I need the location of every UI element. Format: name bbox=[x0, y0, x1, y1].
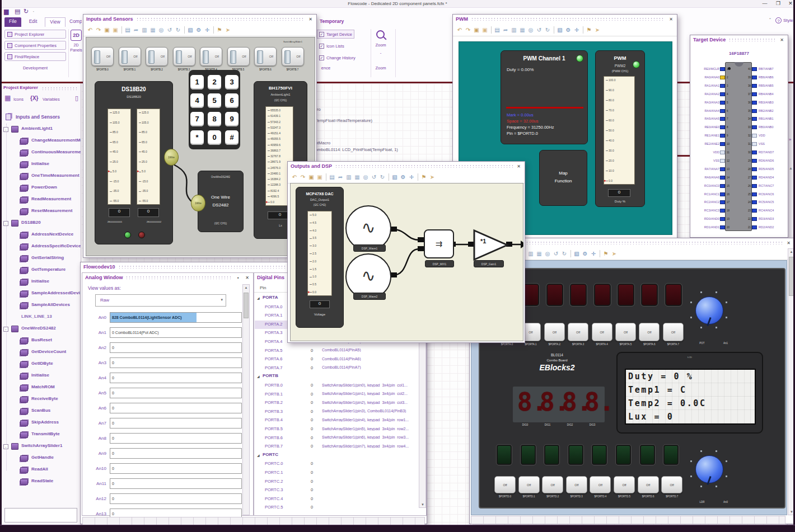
snapshot-icon[interactable]: ▥ bbox=[510, 26, 518, 34]
pin-re1-ane1[interactable] bbox=[720, 134, 725, 138]
pin-vss[interactable] bbox=[752, 142, 757, 146]
close-icon[interactable]: ✕ bbox=[668, 17, 674, 22]
settings-icon[interactable]: ⚙ bbox=[564, 26, 572, 34]
board-hscrollbar[interactable] bbox=[471, 516, 785, 524]
target-icon[interactable]: ◎ bbox=[527, 26, 535, 34]
undo-icon[interactable]: ↶ bbox=[86, 26, 94, 34]
pin-rd2-and2[interactable] bbox=[752, 225, 757, 229]
tree-item-ambientlight1[interactable]: -AmbientLight1 bbox=[1, 124, 81, 135]
print-icon[interactable]: ▤ bbox=[328, 173, 336, 181]
copy-icon[interactable]: ▣ bbox=[103, 26, 111, 34]
inputs-titlebar[interactable]: Inputs and Sensors ✕ bbox=[83, 15, 316, 23]
zoom-button-label[interactable]: Zoom bbox=[372, 43, 390, 48]
pin-vss[interactable] bbox=[720, 159, 725, 163]
pin-ra5-ana5[interactable] bbox=[720, 117, 725, 121]
flag-icon[interactable]: ⚑ bbox=[420, 173, 428, 181]
tab-file[interactable]: File bbox=[4, 17, 21, 27]
tree-item-initialise[interactable]: Initialise bbox=[1, 159, 81, 171]
digital-row-portc-3[interactable]: PORTC.30 bbox=[255, 486, 423, 495]
crosshair-icon[interactable]: ✛ bbox=[590, 249, 597, 258]
board-button-porta-7[interactable]: Off bbox=[663, 323, 684, 341]
print-icon[interactable]: ▤ bbox=[493, 26, 501, 34]
group-arrow-icon[interactable]: ◢ bbox=[257, 296, 260, 300]
board-button-porta-5[interactable]: Off bbox=[615, 323, 636, 341]
rotate-right-icon[interactable]: ↻ bbox=[544, 26, 551, 34]
dsp-gain-block[interactable]: *1 bbox=[473, 229, 509, 261]
view-check-icon-lists[interactable]: ✓Icon Lists bbox=[319, 41, 344, 50]
digital-row-portc-2[interactable]: PORTC.20 bbox=[255, 478, 423, 486]
board-button-portd-1[interactable]: Off bbox=[518, 476, 540, 493]
pot-knob[interactable] bbox=[691, 293, 727, 328]
target-device-titlebar[interactable]: Target Device ✕ bbox=[690, 35, 788, 44]
tree-item-initialise[interactable]: Initialise bbox=[1, 370, 81, 382]
tree-item-gettemperature[interactable]: GetTemperature bbox=[1, 265, 81, 276]
scroll-up-icon[interactable]: ▲ bbox=[789, 166, 793, 170]
close-icon[interactable]: ✕ bbox=[779, 37, 785, 43]
paste-icon[interactable]: ▣ bbox=[111, 26, 119, 34]
tree-item-addressnextdevice[interactable]: AddressNextDevice bbox=[1, 229, 81, 241]
tree-item-matchrom[interactable]: MatchROM bbox=[1, 382, 81, 394]
zoom-icon[interactable] bbox=[376, 30, 385, 39]
analog-value-an3[interactable]: 0 bbox=[110, 357, 242, 368]
pin-rc5-anc5[interactable] bbox=[752, 200, 757, 204]
tree-item-switcharrayslider1[interactable]: -SwitchArraySlider1 bbox=[1, 441, 81, 453]
variables-icon[interactable]: {X} bbox=[30, 95, 38, 101]
scroll-down-icon[interactable]: ▼ bbox=[421, 503, 424, 506]
pin-rc2-anc2[interactable] bbox=[720, 200, 725, 204]
analog-value-an8[interactable]: 0 bbox=[110, 433, 242, 444]
chart-icon[interactable]: ▧ bbox=[391, 173, 399, 181]
send-icon[interactable]: ➤ bbox=[593, 26, 601, 34]
analog-scrollbar[interactable]: ▲ bbox=[242, 284, 250, 515]
close-icon[interactable]: ✕ bbox=[516, 164, 522, 169]
onewire-connector-1[interactable]: 1Wire bbox=[164, 149, 179, 166]
send-icon[interactable]: ➤ bbox=[610, 249, 618, 258]
analog-value-an12[interactable]: 0 bbox=[110, 493, 242, 504]
pin-re2-ane2[interactable] bbox=[720, 142, 725, 146]
pin-rc1-anc1[interactable] bbox=[720, 192, 725, 196]
tree-item-readall[interactable]: ReadAll bbox=[1, 464, 81, 476]
pin-rd0-and0[interactable] bbox=[720, 217, 725, 221]
target-icon[interactable]: ◎ bbox=[157, 26, 165, 34]
view-check-target-device[interactable]: ✓Target Device bbox=[317, 30, 354, 39]
tree-item-powerdown[interactable]: PowerDown bbox=[1, 182, 81, 194]
undo-icon[interactable]: ↶ bbox=[291, 173, 298, 181]
pin-re0-ane0[interactable] bbox=[720, 125, 725, 129]
tree-item-changemeasurementmode[interactable]: ChangeMeasurementMode bbox=[1, 135, 81, 147]
digital-row-portb-1[interactable]: PORTB.10SwitchArraySlider1(pin1), keypad… bbox=[255, 390, 423, 399]
group-arrow-icon[interactable]: ◢ bbox=[257, 453, 260, 457]
tree-item-addressspecificdevice[interactable]: AddressSpecificDevice bbox=[1, 241, 81, 253]
analog-titlebar[interactable]: Analog Window ▪ ✕ bbox=[82, 273, 253, 282]
pin-rb1-anb1[interactable] bbox=[752, 117, 757, 121]
digital-row-portb-2[interactable]: PORTB.20SwitchArraySlider1(pin2), keypad… bbox=[255, 399, 423, 407]
icons-tab-icon[interactable]: ▦ bbox=[4, 94, 11, 102]
ldr-knob[interactable] bbox=[691, 451, 727, 487]
analog-value-an6[interactable]: 0 bbox=[110, 403, 242, 413]
scrollbar-thumb[interactable] bbox=[244, 293, 249, 318]
pin-rb5-anb5[interactable] bbox=[752, 84, 757, 88]
digital-row-portc[interactable]: ◢PORTC bbox=[255, 451, 423, 460]
digital-row-portb-4[interactable]: PORTB.40SwitchArraySlider1(pin4), keypad… bbox=[255, 416, 423, 425]
redo-icon[interactable]: ↷ bbox=[464, 26, 472, 34]
find-replace-button[interactable]: Find/Replace bbox=[4, 52, 66, 61]
tree-item-scanbus[interactable]: ScanBus bbox=[1, 406, 81, 417]
export-icon[interactable]: ➦ bbox=[132, 26, 140, 34]
pin-rd1-and1[interactable] bbox=[720, 225, 725, 229]
redo-icon[interactable]: ↷ bbox=[95, 26, 102, 34]
rotate-left-icon[interactable]: ↺ bbox=[535, 26, 543, 34]
pin-ra3-ana3[interactable] bbox=[720, 101, 725, 105]
tree-item-samplealldevices[interactable]: SampleAllDevices bbox=[1, 300, 81, 312]
tree-item-readstate[interactable]: ReadState bbox=[1, 476, 81, 488]
rotate-right-icon[interactable]: ↻ bbox=[378, 173, 386, 181]
digital-row-portb[interactable]: ◢PORTB bbox=[255, 373, 423, 381]
tree-item-busreset[interactable]: BusReset bbox=[1, 335, 81, 347]
2d-panel-icon[interactable]: 2D bbox=[71, 30, 82, 41]
board-button-porta-4[interactable]: Off bbox=[592, 323, 612, 341]
settings-icon[interactable]: ⚙ bbox=[581, 249, 589, 258]
digital-row-porta-7[interactable]: PORTA.70ComboBL0114(PinA7) bbox=[255, 364, 423, 373]
pin-rb4-anb4[interactable] bbox=[752, 92, 757, 96]
pin-re3-mclr[interactable] bbox=[720, 67, 725, 71]
view-mode-dropdown[interactable]: Raw ▾ bbox=[95, 294, 226, 307]
digital-row-portb-7[interactable]: PORTB.70SwitchArraySlider1(pin7), keypad… bbox=[255, 442, 423, 451]
pin-rd4-and4[interactable] bbox=[752, 176, 757, 180]
board-button-porta-2[interactable]: Off bbox=[544, 323, 565, 341]
